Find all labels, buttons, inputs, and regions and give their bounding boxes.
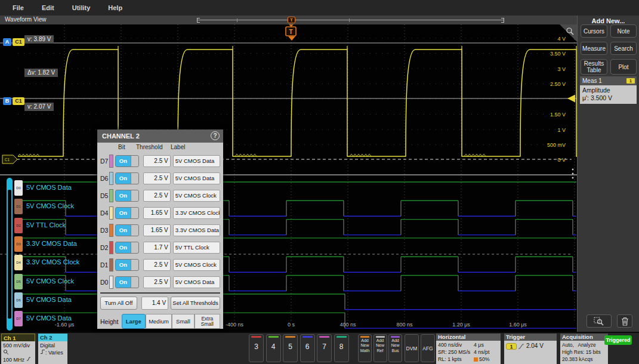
channel-6-button[interactable]: 6 — [300, 334, 315, 362]
svg-text:500 mV: 500 mV — [547, 142, 566, 148]
measure-button[interactable]: Measure — [581, 42, 607, 55]
height-medium-button[interactable]: Medium — [146, 314, 172, 329]
channel-chip-d4[interactable]: D4 — [14, 255, 23, 270]
search-button[interactable]: Search — [610, 42, 637, 55]
horizontal-window: 4 μs — [474, 342, 484, 348]
label-field-d1[interactable]: 5V CMOS Clock — [173, 259, 220, 271]
results-table-button[interactable]: Results Table — [581, 59, 607, 75]
label-field-d2[interactable]: 5V TTL Clock — [173, 242, 220, 254]
channel-label-d3[interactable]: 3.3V CMOS Data — [26, 240, 77, 247]
menu-edit[interactable]: Edit — [42, 4, 54, 11]
label-field-d6[interactable]: 5V CMOS Data — [173, 172, 220, 184]
dvm-button[interactable]: DVM — [405, 334, 419, 362]
channel-chip-d0[interactable]: D0 — [14, 180, 23, 196]
channel-label-d1[interactable]: 5V CMOS Clock — [26, 202, 74, 209]
set-all-thresholds-button[interactable]: Set All Thresholds — [171, 297, 220, 310]
add-new-bus-button[interactable]: AddNewBus — [388, 334, 402, 362]
view-tab-bar: Waveform View T — [0, 16, 577, 24]
ch2-badge[interactable]: Ch 2 Digital : Varies — [38, 334, 67, 364]
cursors-button[interactable]: Cursors — [581, 24, 607, 38]
channel-label-d5[interactable]: 5V CMOS Clock — [26, 277, 74, 285]
horizontal-overview-bar[interactable]: T — [197, 18, 504, 23]
ch1-badge[interactable]: Ch 1 500 mV/div 100 MHz — [1, 334, 35, 364]
all-threshold-field[interactable]: 1.4 V — [141, 297, 168, 310]
channel-chip-d5[interactable]: D5 — [14, 274, 23, 289]
channel-7-button[interactable]: 7 — [317, 334, 332, 362]
overview-trigger-marker[interactable]: T — [288, 17, 295, 23]
threshold-field-d5[interactable]: 2.5 V — [143, 190, 171, 202]
zoom-select-button[interactable] — [586, 314, 612, 328]
threshold-field-d7[interactable]: 2.5 V — [143, 155, 171, 167]
cursor-b-badge[interactable]: B — [3, 97, 11, 105]
channel-3-button[interactable]: 3 — [249, 334, 264, 362]
dialog-title-bar[interactable]: CHANNEL 2 ? — [97, 129, 223, 143]
bit-color-chip — [109, 276, 113, 289]
height-small-button[interactable]: Small — [172, 314, 195, 329]
channel-label-d2[interactable]: 5V TTL Clock — [26, 221, 66, 229]
bit-toggle-d3[interactable]: On — [115, 224, 139, 236]
bit-toggle-d6[interactable]: On — [115, 172, 139, 184]
threshold-field-d3[interactable]: 1.65 V — [143, 224, 171, 236]
add-new-ref-button[interactable]: AddNewRef — [373, 334, 387, 362]
menu-file[interactable]: File — [13, 4, 24, 11]
waveform-canvas: TC14 V3.50 V3 V2.50 V1.50 V1 V500 mV0 V-… — [0, 24, 577, 332]
overview-line — [197, 20, 504, 20]
trash-button[interactable] — [617, 314, 632, 328]
plot-button[interactable]: Plot — [610, 59, 637, 75]
menu-utility[interactable]: Utility — [72, 4, 91, 11]
afg-button[interactable]: AFG — [421, 334, 435, 362]
add-new-math-button[interactable]: AddNewMath — [358, 334, 372, 362]
threshold-field-d2[interactable]: 1.7 V — [143, 242, 171, 254]
svg-text:T: T — [289, 29, 292, 35]
threshold-field-d0[interactable]: 2.5 V — [143, 276, 171, 288]
help-icon[interactable]: ? — [211, 131, 220, 140]
record-length: RL: 1 kpts — [438, 356, 474, 363]
menu-help[interactable]: Help — [108, 4, 122, 11]
cursor-a-badge[interactable]: A — [3, 38, 11, 46]
label-field-d7[interactable]: 5V CMOS Data — [173, 155, 220, 167]
trigger-panel[interactable]: Trigger 1 2.04 V — [504, 334, 557, 364]
triggered-status: Triggered — [604, 335, 632, 345]
label-field-d4[interactable]: 3.3V CMOS Clock — [173, 207, 220, 219]
bit-color-chip — [109, 206, 113, 220]
bit-toggle-d7[interactable]: On — [115, 155, 139, 167]
channel-chip-d6[interactable]: D6 — [14, 292, 23, 308]
cursor-b-channel-tag[interactable]: C1 — [13, 97, 24, 105]
channel-chip-d7[interactable]: D7 — [14, 311, 23, 326]
label-field-d0[interactable]: 5V CMOS Data — [173, 276, 220, 288]
channel-8-button[interactable]: 8 — [334, 334, 349, 362]
waveform-plot[interactable]: TC14 V3.50 V3 V2.50 V1.50 V1 V500 mV0 V-… — [0, 24, 577, 332]
bit-toggle-d5[interactable]: On — [115, 190, 139, 202]
channel-label-d7[interactable]: 5V CMOS Data — [26, 314, 72, 322]
bit-toggle-d0[interactable]: On — [115, 276, 139, 288]
digital-group-handle[interactable] — [7, 178, 13, 331]
channel-4-button[interactable]: 4 — [266, 334, 281, 362]
channel-5-button[interactable]: 5 — [283, 334, 298, 362]
acquisition-panel[interactable]: Acquisition Auto, Analyze High Res: 15 b… — [560, 334, 608, 364]
height-large-button[interactable]: Large — [122, 314, 146, 329]
bit-toggle-d2[interactable]: On — [115, 242, 139, 254]
threshold-field-d1[interactable]: 2.5 V — [143, 259, 171, 271]
threshold-field-d6[interactable]: 2.5 V — [143, 172, 171, 184]
channel-label-d6[interactable]: 5V CMOS Data — [26, 296, 72, 303]
bit-name: D4 — [100, 209, 109, 217]
bit-toggle-d4[interactable]: On — [115, 207, 139, 219]
channel-label-d4[interactable]: 3.3V CMOS Clock — [26, 258, 79, 266]
bit-toggle-d1[interactable]: On — [115, 259, 139, 271]
height-extra-small-button[interactable]: Extra Small — [195, 314, 220, 329]
meas1-card[interactable]: Meas 1 1 Amplitude μ': 3.500 V — [580, 76, 637, 104]
channel-label-d0[interactable]: 5V CMOS Data — [26, 184, 72, 191]
trigger-position: 50% — [479, 356, 490, 362]
digital-group-handle-inner — [8, 190, 11, 319]
channel-chip-d1[interactable]: D1 — [14, 199, 23, 214]
channel-chip-d2[interactable]: D2 — [14, 218, 23, 233]
dialog-row-d1: D1On2.5 V5V CMOS Clock — [100, 256, 220, 273]
note-button[interactable]: Note — [610, 24, 637, 38]
channel-chip-d3[interactable]: D3 — [14, 236, 23, 252]
label-field-d5[interactable]: 5V CMOS Clock — [173, 190, 220, 202]
turn-all-off-button[interactable]: Turn All Off — [100, 297, 137, 310]
cursor-a-channel-tag[interactable]: C1 — [13, 38, 24, 46]
horizontal-panel[interactable]: Horizontal 400 ns/div4 μs SR: 250 MS/s4 … — [436, 334, 501, 364]
threshold-field-d4[interactable]: 1.65 V — [143, 207, 171, 219]
label-field-d3[interactable]: 3.3V CMOS Data — [173, 224, 220, 236]
